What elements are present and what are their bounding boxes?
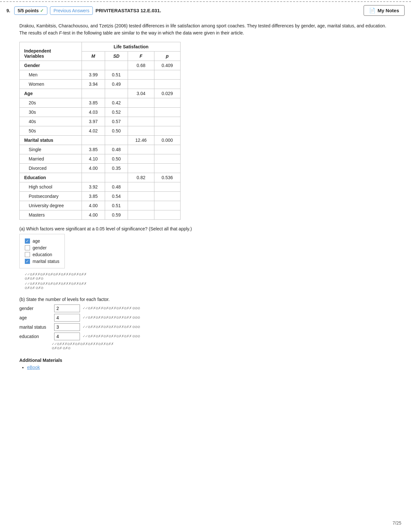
input-label-gender: gender [19, 306, 52, 311]
table-row: 40s3.970.57 [20, 117, 181, 126]
cell-sd: 0.52 [105, 107, 128, 117]
row-label-cell: Divorced [20, 163, 82, 173]
checkbox-item-marital-status[interactable]: ✓marital status [25, 259, 59, 264]
cell-f: 12.46 [128, 135, 154, 145]
intro-paragraph: Drakou, Kambitsis, Charachousou, and Tze… [19, 22, 392, 37]
input-field-marital-status[interactable] [54, 323, 80, 331]
ebook-link[interactable]: eBook [27, 365, 40, 370]
table-row: Education0.820.536 [20, 173, 181, 182]
question-id: PRIVITERASTATS3 12.E.031. [95, 8, 361, 13]
cell-f [128, 126, 154, 135]
cell-f [128, 210, 154, 219]
input-label-age: age [19, 315, 52, 320]
cell-f [128, 145, 154, 154]
answer-scramble-education: ✓✓⊘✗✗⊘✗✗⊘✗⊘✗✗⊘✗✗⊘✗✗ ⊘⊘⊘ [83, 334, 140, 338]
cell-p [154, 117, 180, 126]
cell-p [154, 98, 180, 107]
cell-sd: 0.54 [105, 191, 128, 201]
input-field-gender[interactable] [54, 305, 80, 312]
answer-scramble-a2: ✓✓⊘✗✗✗⊘✗✗⊘✗⊘✗✗⊘✗✗✗⊘✗✗⊘✗✗ ⊘✗⊘✗ ⊘✗⊘ [24, 282, 95, 290]
cell-p [154, 210, 180, 219]
cell-p [154, 201, 180, 210]
checkbox-label: gender [33, 245, 47, 250]
cell-m: 3.92 [82, 182, 105, 191]
checkbox-gender[interactable] [25, 245, 30, 250]
row-label-cell: Age [20, 89, 82, 98]
row-label-cell: Postsecondary [20, 191, 82, 201]
input-row-education: education✓✓⊘✗✗⊘✗✗⊘✗⊘✗✗⊘✗✗⊘✗✗ ⊘⊘⊘ [19, 333, 392, 340]
cell-m: 3.97 [82, 117, 105, 126]
row-label-cell: Marital status [20, 135, 82, 145]
checkbox-item-gender[interactable]: gender [25, 245, 59, 250]
cell-m: 3.99 [82, 70, 105, 79]
col-sd: SD [105, 51, 128, 61]
input-label-education: education [19, 334, 52, 339]
checkbox-age[interactable]: ✓ [25, 238, 30, 244]
col-m: M [82, 51, 105, 61]
table-row: Postsecondary3.850.54 [20, 191, 181, 201]
my-notes-button[interactable]: 📄 My Notes [364, 5, 405, 16]
cell-m: 3.85 [82, 145, 105, 154]
input-row-gender: gender✓✓⊘✗✗⊘✗✗⊘✗⊘✗✗⊘✗✗⊘✗✗ ⊘⊘⊘ [19, 305, 392, 312]
cell-p: 0.536 [154, 173, 180, 182]
cell-f: 0.82 [128, 173, 154, 182]
row-label-cell: 20s [20, 98, 82, 107]
cell-sd: 0.42 [105, 98, 128, 107]
input-field-age[interactable] [54, 314, 80, 322]
points-badge[interactable]: 5/5 points ✓ [14, 6, 47, 15]
table-row: Age3.040.029 [20, 89, 181, 98]
points-text: 5/5 points [18, 8, 39, 13]
additional-materials-section: Additional Materials eBook [19, 358, 392, 370]
cell-m: 3.85 [82, 98, 105, 107]
table-row: Single3.850.48 [20, 145, 181, 154]
cell-f [128, 117, 154, 126]
cell-m: 4.02 [82, 126, 105, 135]
content-area: Drakou, Kambitsis, Charachousou, and Tze… [0, 19, 411, 376]
answer-scramble-age: ✓✓⊘✗✗⊘✗✗⊘✗⊘✗✗⊘✗✗⊘✗✗ ⊘⊘⊘ [83, 315, 140, 320]
my-notes-label: My Notes [377, 8, 399, 13]
row-label-cell: 40s [20, 117, 82, 126]
question-number: 9. [6, 8, 10, 13]
checkbox-item-age[interactable]: ✓age [25, 238, 59, 244]
table-row: University degree4.000.51 [20, 201, 181, 210]
row-label-cell: Gender [20, 61, 82, 70]
row-label-cell: 50s [20, 126, 82, 135]
table-row: Divorced4.000.35 [20, 163, 181, 173]
cell-p: 0.000 [154, 135, 180, 145]
answer-scramble-a: ✓✓⊘✗✗✗⊘✗✗⊘✗⊘✗✗⊘✗✗✗⊘✗✗⊘✗✗ ⊘✗⊘✗ ⊘✗⊘ [24, 272, 95, 281]
cell-m: 4.00 [82, 210, 105, 219]
row-label-cell: Men [20, 70, 82, 79]
part-a-question: (a) Which factors were significant at a … [19, 226, 392, 231]
cell-sd: 0.35 [105, 163, 128, 173]
answer-scramble-gender: ✓✓⊘✗✗⊘✗✗⊘✗⊘✗✗⊘✗✗⊘✗✗ ⊘⊘⊘ [83, 306, 140, 310]
cell-f [128, 70, 154, 79]
checkbox-education[interactable] [25, 252, 30, 257]
notes-icon: 📄 [369, 7, 376, 14]
cell-m [82, 61, 105, 70]
table-row: Men3.990.51 [20, 70, 181, 79]
part-b-question: (b) State the number of levels for each … [19, 297, 392, 302]
cell-sd: 0.59 [105, 210, 128, 219]
page-indicator: 7/25 [393, 520, 401, 526]
cell-m [82, 135, 105, 145]
cell-sd: 0.48 [105, 145, 128, 154]
row-label-cell: High school [20, 182, 82, 191]
checkbox-item-education[interactable]: education [25, 252, 59, 257]
previous-answers-button[interactable]: Previous Answers [50, 6, 93, 15]
cell-sd [105, 89, 128, 98]
checkbox-marital-status[interactable]: ✓ [25, 259, 30, 264]
answer-scramble-b: ✓✓⊘✗✗✗⊘✗✗⊘✗⊘✗✗⊘✗✗✗⊘✗✗⊘✗✗ ⊘✗⊘✗ ⊘✗⊘ [52, 342, 122, 350]
cell-sd: 0.51 [105, 70, 128, 79]
answer-scramble-marital-status: ✓✓⊘✗✗⊘✗✗⊘✗⊘✗✗⊘✗✗⊘✗✗ ⊘⊘⊘ [83, 325, 140, 329]
checkbox-label: age [33, 238, 40, 244]
intro-text2: -test in the following table are similar… [62, 30, 244, 35]
independent-variables-label: IndependentVariables [24, 48, 51, 59]
cell-p [154, 163, 180, 173]
row-label-cell: 30s [20, 107, 82, 117]
additional-materials-label: Additional Materials [19, 358, 392, 363]
row-label-cell: Masters [20, 210, 82, 219]
cell-sd: 0.49 [105, 79, 128, 89]
input-field-education[interactable] [54, 333, 80, 340]
input-row-age: age✓✓⊘✗✗⊘✗✗⊘✗⊘✗✗⊘✗✗⊘✗✗ ⊘⊘⊘ [19, 314, 392, 322]
input-row-marital-status: marital status✓✓⊘✗✗⊘✗✗⊘✗⊘✗✗⊘✗✗⊘✗✗ ⊘⊘⊘ [19, 323, 392, 331]
